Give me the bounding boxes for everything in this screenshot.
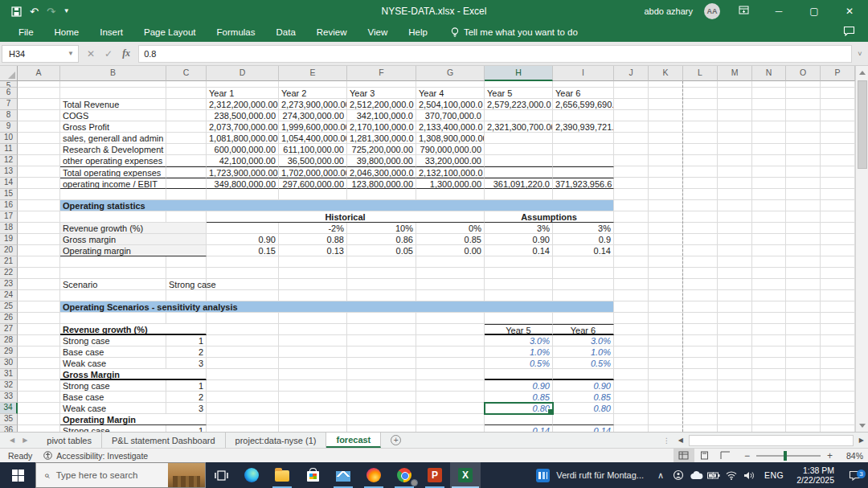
row-header-18[interactable]: 18 (0, 223, 18, 234)
row-header-30[interactable]: 30 (0, 358, 18, 369)
menu-item-home[interactable]: Home (44, 23, 90, 42)
cell-L12[interactable] (683, 155, 718, 166)
cell-P15[interactable] (821, 189, 855, 200)
cell-I12[interactable] (553, 155, 614, 166)
cell-P22[interactable] (821, 268, 855, 279)
cell-P25[interactable] (821, 301, 855, 313)
column-header-F[interactable]: F (347, 66, 416, 81)
cell-G21[interactable] (416, 256, 485, 268)
cell-O21[interactable] (786, 256, 821, 268)
cell-H23[interactable] (485, 279, 553, 290)
cell-D14[interactable]: 349,800,000.00 (207, 178, 279, 189)
cell-D9[interactable]: 2,073,700,000.00 (207, 121, 279, 133)
insert-function-icon[interactable]: fx (122, 47, 130, 59)
cell-P31[interactable] (821, 369, 855, 380)
cell-J6[interactable] (614, 88, 649, 99)
file-explorer-button[interactable] (267, 462, 297, 488)
menu-item-formulas[interactable]: Formulas (207, 23, 266, 42)
cell-B22[interactable] (60, 268, 166, 279)
cell-M26[interactable] (718, 313, 752, 324)
cell-G32[interactable] (416, 380, 485, 392)
cell-D32[interactable] (207, 380, 279, 392)
horizontal-scrollbar[interactable] (689, 435, 854, 446)
cell-C12[interactable] (166, 155, 207, 166)
cell-G22[interactable] (416, 268, 485, 279)
cell-J33[interactable] (614, 392, 649, 403)
cell-N12[interactable] (752, 155, 786, 166)
customize-toolbar-icon[interactable]: ▼ (63, 8, 70, 14)
cell-I14[interactable]: 371,923,956.6 (553, 178, 614, 189)
cell-M19[interactable] (718, 234, 752, 245)
row-header-17[interactable]: 17 (0, 211, 18, 223)
close-icon[interactable]: ✕ (837, 0, 862, 23)
cell-F32[interactable] (347, 380, 416, 392)
cell-L9[interactable] (683, 121, 718, 133)
row-header-33[interactable]: 33 (0, 392, 18, 403)
cell-G29[interactable] (416, 347, 485, 358)
cell-E6[interactable]: Year 2 (279, 88, 347, 99)
cell-H18[interactable]: 3% (485, 223, 553, 234)
cell-H11[interactable] (485, 144, 553, 155)
cell-N7[interactable] (752, 99, 786, 110)
cell-D19[interactable]: 0.90 (207, 234, 279, 245)
cell-I30[interactable]: 0.5% (553, 358, 614, 369)
cell-O26[interactable] (786, 313, 821, 324)
cell-M32[interactable] (718, 380, 752, 392)
cell-N14[interactable] (752, 178, 786, 189)
cell-P29[interactable] (821, 347, 855, 358)
cell-L6[interactable] (683, 88, 718, 99)
cell-O15[interactable] (786, 189, 821, 200)
cell-A9[interactable] (18, 121, 60, 133)
cell-J30[interactable] (614, 358, 649, 369)
cell-K28[interactable] (649, 335, 683, 347)
cell-H29[interactable]: 1.0% (485, 347, 553, 358)
cell-M33[interactable] (718, 392, 752, 403)
cell-L18[interactable] (683, 223, 718, 234)
cell-C34[interactable]: 3 (166, 403, 207, 414)
cell-A33[interactable] (18, 392, 60, 403)
cell-L28[interactable] (683, 335, 718, 347)
cell-I28[interactable]: 3.0% (553, 335, 614, 347)
cell-E19[interactable]: 0.88 (279, 234, 347, 245)
cell-D29[interactable] (207, 347, 279, 358)
cell-F11[interactable]: 725,200,000.00 (347, 144, 416, 155)
cell-L20[interactable] (683, 245, 718, 256)
cell-K15[interactable] (649, 189, 683, 200)
cell-E5[interactable] (279, 81, 347, 88)
task-view-button[interactable] (206, 462, 236, 488)
cell-I19[interactable]: 0.9 (553, 234, 614, 245)
minimize-icon[interactable]: ─ (767, 0, 791, 23)
onedrive-icon[interactable] (687, 471, 705, 480)
cell-E24[interactable] (279, 290, 347, 301)
cell-J7[interactable] (614, 99, 649, 110)
cell-D24[interactable] (207, 290, 279, 301)
cell-C26[interactable] (166, 313, 207, 324)
cell-A5[interactable] (18, 81, 60, 88)
cell-O34[interactable] (786, 403, 821, 414)
cell-B18[interactable]: Revenue growth (%) (60, 223, 207, 234)
cell-M18[interactable] (718, 223, 752, 234)
cell-H34[interactable]: 0.80 (485, 403, 553, 414)
cell-O9[interactable] (786, 121, 821, 133)
cell-F29[interactable] (347, 347, 416, 358)
column-header-G[interactable]: G (416, 66, 485, 81)
zoom-level[interactable]: 84% (841, 451, 868, 461)
cell-K31[interactable] (649, 369, 683, 380)
column-header-H[interactable]: H (485, 66, 553, 81)
cell-C32[interactable]: 1 (166, 380, 207, 392)
select-all-corner[interactable] (0, 66, 18, 81)
cell-E10[interactable]: 1,054,400,000.00 (279, 133, 347, 144)
cell-N25[interactable] (752, 301, 786, 313)
cell-I11[interactable] (553, 144, 614, 155)
cell-H21[interactable] (485, 256, 553, 268)
maximize-icon[interactable]: ▢ (802, 0, 826, 23)
cell-G6[interactable]: Year 4 (416, 88, 485, 99)
cell-J31[interactable] (614, 369, 649, 380)
cell-N27[interactable] (752, 324, 786, 335)
cell-F34[interactable] (347, 403, 416, 414)
cell-O18[interactable] (786, 223, 821, 234)
cell-B34[interactable]: Weak case (60, 403, 166, 414)
cell-P28[interactable] (821, 335, 855, 347)
row-header-15[interactable]: 15 (0, 189, 18, 200)
cell-M10[interactable] (718, 133, 752, 144)
